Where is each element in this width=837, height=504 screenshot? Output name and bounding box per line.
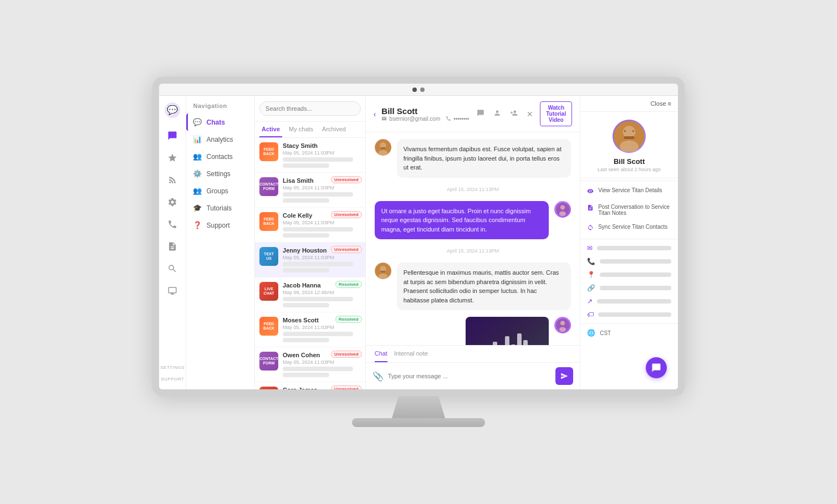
- action-sync-contacts[interactable]: Sync Service Titan Contacts: [580, 220, 678, 236]
- preview-bar-5b: [283, 303, 329, 307]
- preview-bar-1: [283, 157, 353, 162]
- avatar-cole: FEEDBACK: [259, 212, 278, 231]
- search-input[interactable]: [259, 101, 361, 116]
- avatar-moses: FEEDBACK: [259, 317, 278, 336]
- email-bar: [597, 246, 671, 250]
- svg-rect-12: [380, 271, 385, 272]
- chart-bars: [481, 328, 533, 345]
- msg-date-1: April 15, 2024 11:13PM: [375, 184, 571, 194]
- msg-bubble-3: Ut ornare a justo eget faucibus. Proin e…: [375, 201, 549, 240]
- left-icon-nav: 💬: [159, 96, 186, 389]
- divider-2: [580, 239, 678, 239]
- nav-icon-chat[interactable]: [162, 126, 182, 146]
- chat-item-cora[interactable]: LIVECHAT Cora James May 05, 2024 11:03PM…: [255, 382, 365, 389]
- sidebar-item-settings[interactable]: ⚙️ Settings: [186, 165, 254, 182]
- input-row: 📎: [366, 363, 580, 389]
- status-badge-owen: Unresolved: [331, 351, 362, 358]
- message-row-3: Ut ornare a justo eget faucibus. Proin e…: [375, 201, 571, 240]
- nav-sidebar: Navigation 💬 Chats 📊 Analytics 👥 Contact…: [186, 96, 255, 389]
- sync-icon: [587, 224, 594, 233]
- nav-icon-star[interactable]: [162, 148, 182, 168]
- avatar-owen: CONTACTFORM: [259, 352, 278, 371]
- action-btn-person[interactable]: [491, 107, 503, 121]
- msg-avatar-5: [375, 263, 391, 279]
- avatar-jacob: LIVECHAT: [259, 282, 278, 301]
- profile-section: Bill Scott Last seen about 2 hours ago: [580, 112, 678, 178]
- action-btn-close-x[interactable]: ✕: [524, 107, 535, 121]
- preview-bar-6b: [283, 338, 329, 342]
- nav-icon-feed[interactable]: [162, 170, 182, 190]
- chat-type-tabs: Chat Internal note: [366, 346, 580, 363]
- chat-item-jenny[interactable]: TEXTUS Jenny Houston May 05, 2024 11:03P…: [255, 243, 365, 277]
- chat-header: ‹ Bill Scott bsernior@gmail.com ••••••••: [366, 96, 580, 132]
- sidebar-item-chats[interactable]: 💬 Chats: [186, 114, 254, 131]
- monitor-stand: [385, 396, 452, 418]
- msg-avatar-3: [554, 201, 571, 218]
- chat-list-panel: Active My chats Archived FEEDBACK Stacy …: [255, 96, 366, 389]
- sidebar-item-support[interactable]: ❓ Support: [186, 217, 254, 234]
- chat-item-owen[interactable]: CONTACTFORM Owen Cohen May 05, 2024 11:0…: [255, 347, 365, 382]
- msg-avatar-6: [554, 317, 571, 333]
- nav-icon-docs[interactable]: [162, 236, 182, 256]
- svg-point-8: [559, 211, 566, 215]
- msg-bubble-1: Vivamus fermentum dapibus est. Fusce vol…: [397, 139, 571, 178]
- monitor-base: [352, 418, 485, 427]
- action-btn-add-person[interactable]: [508, 107, 520, 121]
- preview-bar-4b: [283, 268, 329, 272]
- email-detail-icon: ✉: [587, 244, 593, 252]
- msg-image-container: [466, 317, 549, 345]
- attach-button[interactable]: 📎: [372, 371, 384, 382]
- sidebar-item-analytics[interactable]: 📊 Analytics: [186, 131, 254, 148]
- profile-name: Bill Scott: [614, 157, 645, 166]
- msg-avatar-1: [375, 139, 391, 156]
- floating-chat-button[interactable]: [646, 357, 667, 378]
- sidebar-item-contacts[interactable]: 👥 Contacts: [186, 148, 254, 165]
- svg-point-15: [559, 327, 566, 332]
- chat-item-jacob[interactable]: LIVECHAT Jacob Hanna May 09, 2024 12:48A…: [255, 277, 365, 312]
- send-button[interactable]: [555, 367, 573, 385]
- action-btn-chat[interactable]: [474, 107, 487, 121]
- tab-active[interactable]: Active: [259, 122, 282, 137]
- close-panel-button[interactable]: Close ≡: [580, 96, 678, 112]
- watch-tutorial-button[interactable]: Watch Tutorial Video: [540, 101, 572, 126]
- message-input[interactable]: [388, 373, 551, 379]
- timezone-label: CST: [600, 330, 611, 336]
- status-badge-jacob: Resolved: [335, 281, 362, 288]
- support-icon: ❓: [193, 221, 202, 229]
- tab-internal-note[interactable]: Internal note: [394, 346, 428, 362]
- svg-point-24: [632, 130, 635, 132]
- msg-date-2: April 15, 2024 11:13PM: [375, 246, 571, 256]
- action-view-service-titan[interactable]: View Service Titan Details: [580, 183, 678, 200]
- link-bar: [600, 286, 671, 290]
- view-icon: [587, 188, 594, 196]
- preview-bar-1b: [283, 163, 329, 168]
- tab-my-chats[interactable]: My chats: [287, 122, 315, 137]
- tab-archived[interactable]: Archived: [320, 122, 348, 137]
- sidebar-item-groups[interactable]: 👥 Groups: [186, 182, 254, 199]
- chat-contact-email: bsernior@gmail.com ••••••••: [381, 116, 469, 122]
- sidebar-item-tutorials[interactable]: 🎓 Tutorials: [186, 199, 254, 217]
- contact-link-detail: 🔗: [580, 281, 678, 295]
- right-panel: Close ≡ Bill Scott Last seen abo: [580, 96, 678, 389]
- preview-bar-2: [283, 192, 353, 197]
- action-post-conversation[interactable]: Post Conversation to Service Titan Notes: [580, 200, 678, 220]
- phone-detail-icon: 📞: [587, 258, 595, 265]
- tutorials-icon: 🎓: [193, 204, 202, 212]
- tab-chat[interactable]: Chat: [375, 346, 387, 362]
- nav-icon-phone[interactable]: [162, 214, 182, 234]
- divider-3: [580, 323, 678, 324]
- nav-icon-settings[interactable]: [162, 192, 182, 212]
- timezone-row: 🌐 CST: [580, 326, 678, 340]
- back-button[interactable]: ‹: [374, 110, 376, 119]
- contact-share-detail: ↗: [580, 295, 678, 308]
- chat-item-moses[interactable]: FEEDBACK Moses Scott May 05, 2024 11:03P…: [255, 312, 365, 347]
- settings-label: SETTINGS: [160, 363, 185, 372]
- nav-icon-search[interactable]: [162, 259, 182, 279]
- chat-header-actions: ✕ Watch Tutorial Video: [474, 101, 572, 126]
- chat-item-lisa[interactable]: CONTACTFORM Lisa Smith May 05, 2024 11:0…: [255, 173, 365, 208]
- preview-bar-7: [283, 367, 353, 371]
- preview-bar-3: [283, 227, 353, 232]
- nav-icon-monitor[interactable]: [162, 281, 182, 301]
- chat-item-cole[interactable]: FEEDBACK Cole Kelly May 05, 2024 11:03PM…: [255, 208, 365, 243]
- chat-item-stacy[interactable]: FEEDBACK Stacy Smith May 05, 2024 11:03P…: [255, 138, 365, 173]
